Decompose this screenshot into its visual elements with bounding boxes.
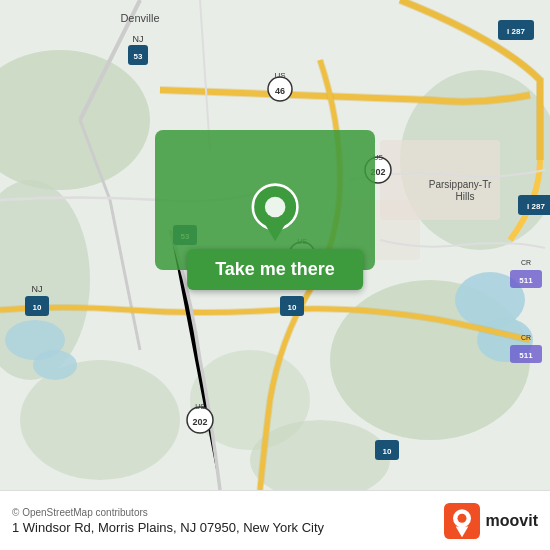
openstreetmap-attribution: © OpenStreetMap contributors — [12, 507, 324, 518]
svg-text:Parsippany-Tr: Parsippany-Tr — [429, 179, 492, 190]
svg-point-56 — [265, 197, 286, 218]
take-me-there-overlay: Take me there — [187, 183, 363, 290]
map-container: 53 NJ 46 US I 287 I 287 202 US 202 US 10… — [0, 0, 550, 490]
svg-text:511: 511 — [519, 276, 533, 285]
svg-text:511: 511 — [519, 351, 533, 360]
svg-text:CR: CR — [521, 259, 531, 266]
svg-text:53: 53 — [134, 52, 143, 61]
svg-text:NJ: NJ — [133, 34, 144, 44]
svg-text:10: 10 — [33, 303, 42, 312]
take-me-there-button[interactable]: Take me there — [187, 249, 363, 290]
svg-text:I 287: I 287 — [527, 202, 545, 211]
bottom-bar: © OpenStreetMap contributors 1 Windsor R… — [0, 490, 550, 550]
svg-text:10: 10 — [288, 303, 297, 312]
svg-text:I 287: I 287 — [507, 27, 525, 36]
svg-text:202: 202 — [192, 417, 207, 427]
address-text: 1 Windsor Rd, Morris Plains, NJ 07950, N… — [12, 520, 324, 535]
svg-text:US: US — [195, 403, 205, 410]
moovit-label: moovit — [486, 512, 538, 530]
svg-text:Hills: Hills — [456, 191, 475, 202]
svg-point-61 — [457, 513, 466, 522]
svg-text:US: US — [274, 71, 285, 80]
svg-text:CR: CR — [521, 334, 531, 341]
svg-marker-57 — [265, 224, 286, 241]
svg-text:NJ: NJ — [32, 284, 43, 294]
svg-point-11 — [33, 350, 77, 380]
svg-point-5 — [20, 360, 180, 480]
moovit-logo: moovit — [444, 503, 538, 539]
svg-text:46: 46 — [275, 86, 285, 96]
attribution-address: © OpenStreetMap contributors 1 Windsor R… — [12, 507, 324, 535]
moovit-icon — [444, 503, 480, 539]
svg-text:Denville: Denville — [120, 12, 159, 24]
location-pin-icon — [245, 183, 305, 243]
svg-text:10: 10 — [383, 447, 392, 456]
